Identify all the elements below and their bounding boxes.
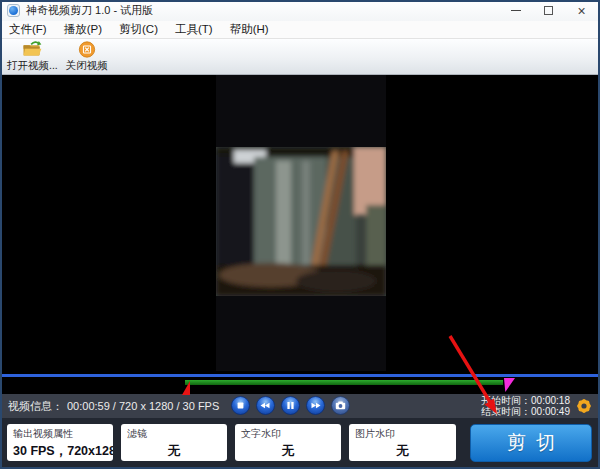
title-bar: 神奇视频剪刀 1.0 - 试用版 × xyxy=(0,0,600,21)
maximize-icon xyxy=(544,6,553,15)
status-bar: 视频信息： 00:00:59 / 720 x 1280 / 30 FPS xyxy=(0,394,600,418)
close-video-label: 关闭视频 xyxy=(66,59,108,73)
snapshot-button[interactable] xyxy=(331,396,350,415)
video-display-area xyxy=(0,75,600,394)
text-watermark-card[interactable]: 文字水印 无 xyxy=(235,424,341,461)
pause-icon xyxy=(287,402,289,409)
menu-bar: 文件(F) 播放(P) 剪切(C) 工具(T) 帮助(H) xyxy=(0,21,600,39)
rewind-button[interactable] xyxy=(256,396,275,415)
time-range: 开始时间：00:00:18 结束时间：00:00:49 xyxy=(481,395,570,417)
output-properties-value: 30 FPS，720x1280 xyxy=(13,443,107,460)
end-time-row: 结束时间：00:00:49 xyxy=(481,406,570,417)
app-window: 神奇视频剪刀 1.0 - 试用版 × 文件(F) 播放(P) 剪切(C) 工具(… xyxy=(0,0,600,469)
video-info: 视频信息： 00:00:59 / 720 x 1280 / 30 FPS xyxy=(8,394,219,418)
image-watermark-title: 图片水印 xyxy=(355,427,450,441)
filter-title: 滤镜 xyxy=(127,427,221,441)
end-time-value: 00:00:49 xyxy=(531,406,570,417)
app-logo-circle xyxy=(9,6,18,15)
menu-file[interactable]: 文件(F) xyxy=(9,22,47,37)
minimize-icon xyxy=(511,10,521,11)
video-info-value: 00:00:59 / 720 x 1280 / 30 FPS xyxy=(67,400,219,412)
start-time-row: 开始时间：00:00:18 xyxy=(481,395,570,406)
app-icon xyxy=(7,4,20,17)
text-watermark-title: 文字水印 xyxy=(241,427,335,441)
timeline-selection-range[interactable] xyxy=(185,380,503,385)
timeline-track[interactable] xyxy=(2,374,598,377)
maximize-button[interactable] xyxy=(532,0,565,21)
output-properties-title: 输出视频属性 xyxy=(13,427,107,441)
filter-card[interactable]: 滤镜 无 xyxy=(121,424,227,461)
filter-value: 无 xyxy=(127,443,221,460)
minimize-button[interactable] xyxy=(499,0,532,21)
video-info-label: 视频信息： xyxy=(8,399,63,414)
image-watermark-value: 无 xyxy=(355,443,450,460)
settings-gear-icon[interactable] xyxy=(575,397,593,415)
playback-controls xyxy=(231,396,350,415)
open-video-label: 打开视频... xyxy=(7,59,58,73)
start-time-label: 开始时间： xyxy=(481,395,531,406)
fast-forward-button[interactable] xyxy=(306,396,325,415)
end-time-label: 结束时间： xyxy=(481,406,531,417)
menu-tools[interactable]: 工具(T) xyxy=(175,22,213,37)
close-icon: × xyxy=(577,4,585,18)
video-still-image xyxy=(216,147,386,296)
close-button[interactable]: × xyxy=(565,0,598,21)
bottom-panel: 输出视频属性 30 FPS，720x1280 滤镜 无 文字水印 无 图片水印 … xyxy=(0,418,600,469)
stop-icon xyxy=(238,403,244,409)
image-watermark-card[interactable]: 图片水印 无 xyxy=(349,424,456,461)
start-time-value: 00:00:18 xyxy=(531,395,570,406)
toolbar: 打开视频... 关闭视频 xyxy=(0,39,600,75)
cut-button[interactable]: 剪切 xyxy=(470,424,592,462)
pause-button[interactable] xyxy=(281,396,300,415)
text-watermark-value: 无 xyxy=(241,443,335,460)
close-video-icon xyxy=(77,41,97,58)
open-folder-icon xyxy=(20,41,44,58)
open-video-button[interactable]: 打开视频... xyxy=(3,39,62,74)
menu-cut[interactable]: 剪切(C) xyxy=(119,22,158,37)
window-title: 神奇视频剪刀 1.0 - 试用版 xyxy=(26,3,153,18)
window-controls: × xyxy=(499,0,598,21)
stop-button[interactable] xyxy=(231,396,250,415)
menu-help[interactable]: 帮助(H) xyxy=(230,22,269,37)
video-frame xyxy=(216,75,386,371)
menu-play[interactable]: 播放(P) xyxy=(64,22,102,37)
close-video-button[interactable]: 关闭视频 xyxy=(62,39,112,74)
output-properties-card[interactable]: 输出视频属性 30 FPS，720x1280 xyxy=(7,424,113,461)
